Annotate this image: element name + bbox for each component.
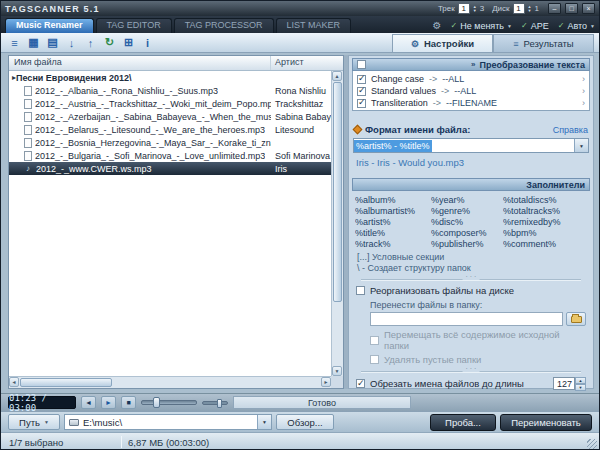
scroll-left-icon[interactable]: ◄: [9, 377, 19, 387]
file-row-selected[interactable]: ♪2012_-_www.CWER.ws.mp3 Iris: [9, 162, 331, 175]
help-link[interactable]: Справка: [553, 125, 588, 135]
move-all-checkrow[interactable]: Перемещать всё содержимое исходной папки: [370, 329, 586, 351]
volume-slider[interactable]: [202, 401, 228, 405]
add-icon[interactable]: ⊞: [120, 35, 137, 50]
spin-up-icon[interactable]: ▲: [575, 377, 586, 384]
placeholder-item[interactable]: %publisher%: [431, 239, 503, 249]
tab-list-maker[interactable]: LIST MAKER: [276, 18, 351, 33]
scroll-up-icon[interactable]: ▲: [332, 71, 342, 81]
details-view-icon[interactable]: ▤: [44, 35, 61, 50]
scroll-right-icon[interactable]: ►: [321, 377, 331, 387]
move-down-icon[interactable]: ↓: [63, 35, 80, 50]
placeholder-item[interactable]: %year%: [431, 195, 503, 205]
browse-button[interactable]: Обзор...: [276, 414, 334, 430]
stop-button[interactable]: ■: [121, 396, 136, 409]
transform-row-transliteration[interactable]: Transliteration -> --FILENAME ›: [353, 97, 589, 109]
chevron-down-icon[interactable]: ▼: [257, 415, 271, 429]
transliteration-checkbox[interactable]: [357, 99, 366, 108]
ape-toggle[interactable]: ✓ АРЕ: [521, 21, 549, 31]
placeholder-item[interactable]: %albumartist%: [355, 206, 431, 216]
file-row[interactable]: 2012_-_Bosnia_Herzegovina_-_Maya_Sar_-_K…: [9, 136, 331, 149]
disc-spinbox[interactable]: 1: [513, 3, 525, 14]
previous-button[interactable]: ◄: [81, 396, 96, 409]
track-spin-arrows[interactable]: ▲▼: [473, 5, 477, 13]
change-case-checkbox[interactable]: [357, 75, 366, 84]
browse-folder-button[interactable]: [566, 312, 586, 326]
placeholder-item[interactable]: %genre%: [431, 206, 503, 216]
truncate-row[interactable]: Обрезать имена файлов до длины 127 ▲ ▼: [356, 377, 586, 390]
horizontal-scrollbar[interactable]: ◄ ►: [9, 376, 331, 388]
chevron-right-icon[interactable]: ›: [582, 86, 585, 96]
spin-down-icon[interactable]: ▼: [528, 9, 532, 13]
move-up-icon[interactable]: ↑: [82, 35, 99, 50]
truncate-checkbox[interactable]: [356, 379, 365, 388]
move-folder-input[interactable]: [370, 312, 563, 326]
chevron-right-icon[interactable]: ›: [582, 74, 585, 84]
path-input[interactable]: E:\music\ ▼: [64, 414, 272, 430]
path-mode-button[interactable]: Путь ▼: [8, 414, 60, 430]
tab-results[interactable]: ≡ Результаты: [493, 34, 594, 52]
info-icon[interactable]: i: [139, 35, 156, 50]
placeholder-item[interactable]: %remixedby%: [503, 217, 587, 227]
transform-section-header[interactable]: » Преобразование текста: [352, 58, 590, 71]
placeholder-item[interactable]: %disc%: [431, 217, 503, 227]
reorganize-checkbox[interactable]: [356, 286, 365, 295]
auto-dropdown[interactable]: ✓ Авто ▼: [558, 21, 595, 31]
placeholder-item[interactable]: %totaltracks%: [503, 206, 587, 216]
spin-down-icon[interactable]: ▼: [575, 384, 586, 391]
placeholder-item[interactable]: %totaldiscs%: [503, 195, 587, 205]
placeholder-item[interactable]: %title%: [355, 228, 431, 238]
file-row[interactable]: 2012_-_Albania_-_Rona_Nishliu_-_Suus.mp3…: [9, 84, 331, 97]
file-row[interactable]: 2012_-_Azerbaijan_-_Sabina_Babayeva_-_Wh…: [9, 110, 331, 123]
transform-enable-checkbox[interactable]: [357, 60, 366, 69]
folder-row[interactable]: ▸ Песни Евровидения 2012\: [9, 71, 331, 84]
track-spinbox[interactable]: 1: [458, 3, 470, 14]
column-header-artist[interactable]: Артист: [271, 56, 343, 70]
vertical-scroll-thumb[interactable]: [333, 82, 342, 302]
transform-row-change-case[interactable]: Change case -> --ALL ›: [353, 73, 589, 85]
preview-button[interactable]: Проба...: [430, 414, 496, 431]
grid-view-icon[interactable]: ▦: [25, 35, 42, 50]
placeholder-item[interactable]: %track%: [355, 239, 431, 249]
tab-tag-processor[interactable]: TAG PROCESSOR: [174, 18, 274, 33]
scroll-down-icon[interactable]: ▼: [332, 366, 342, 376]
delete-empty-checkbox[interactable]: [370, 355, 379, 364]
chevron-down-icon[interactable]: ▼: [574, 139, 588, 152]
refresh-icon[interactable]: ↻: [101, 35, 118, 50]
seek-slider-thumb[interactable]: [153, 397, 160, 408]
seek-slider[interactable]: [141, 400, 197, 405]
file-row[interactable]: 2012_-_Belarus_-_Litesound_-_We_are_the_…: [9, 123, 331, 136]
delete-empty-checkrow[interactable]: Удалять пустые папки: [370, 354, 586, 365]
case-mode-dropdown[interactable]: ✓ Не менять ▼: [450, 21, 512, 31]
tab-music-renamer[interactable]: Music Renamer: [5, 18, 94, 33]
list-view-icon[interactable]: ≡: [6, 35, 23, 50]
file-row[interactable]: 2012_-_Bulgaria_-_Sofi_Marinova_-_Love_u…: [9, 149, 331, 162]
reorganize-checkrow[interactable]: Реорганизовать файлы на диске: [356, 285, 586, 296]
maximize-button[interactable]: □: [565, 3, 578, 14]
placeholder-item[interactable]: %composer%: [431, 228, 503, 238]
standard-values-checkbox[interactable]: [357, 87, 366, 96]
play-button[interactable]: ►: [101, 396, 116, 409]
file-row[interactable]: 2012_-_Austria_-_Trackshittaz_-_Woki_mit…: [9, 97, 331, 110]
placeholder-item[interactable]: %album%: [355, 195, 431, 205]
format-input[interactable]: %artist% - %title% ▼: [353, 138, 589, 153]
transform-row-standard-values[interactable]: Standard values -> --ALL ›: [353, 85, 589, 97]
chevron-right-icon[interactable]: ›: [582, 98, 585, 108]
column-header-filename[interactable]: Имя файла: [9, 56, 271, 70]
close-button[interactable]: ×: [582, 3, 595, 14]
horizontal-scroll-thumb[interactable]: [20, 378, 112, 387]
disc-spin-arrows[interactable]: ▲▼: [528, 5, 532, 13]
placeholder-item[interactable]: %bpm%: [503, 228, 587, 238]
vertical-scrollbar[interactable]: ▲ ▼: [331, 71, 343, 376]
tab-settings[interactable]: ⚙ Настройки: [392, 34, 493, 52]
placeholder-item[interactable]: %artist%: [355, 217, 431, 227]
spin-down-icon[interactable]: ▼: [473, 9, 477, 13]
resize-grip[interactable]: [587, 439, 597, 449]
placeholders-section-header[interactable]: Заполнители: [352, 178, 590, 191]
gear-icon[interactable]: ⚙: [433, 20, 442, 31]
rename-button[interactable]: Переименовать: [500, 414, 592, 431]
minimize-button[interactable]: –: [548, 3, 561, 14]
volume-slider-thumb[interactable]: [217, 399, 222, 408]
truncate-length-spinner[interactable]: 127 ▲ ▼: [553, 377, 586, 390]
tab-tag-editor[interactable]: TAG EDITOR: [96, 18, 172, 33]
